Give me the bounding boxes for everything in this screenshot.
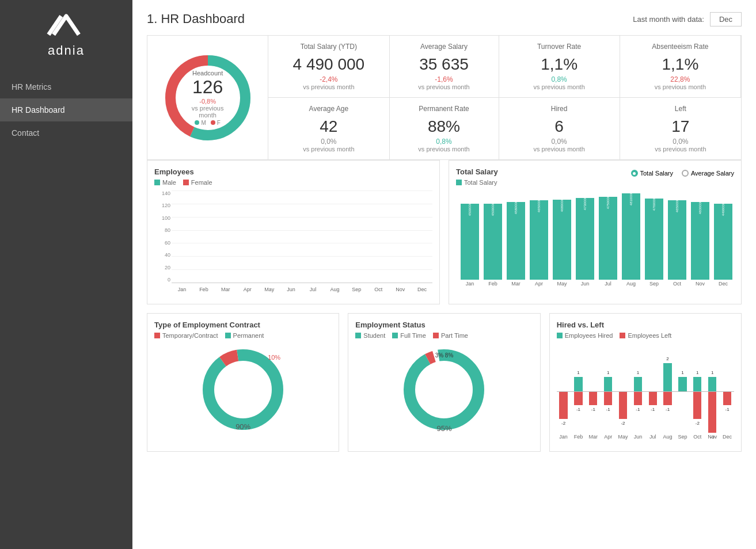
sidebar-item-hr-dashboard[interactable]: HR Dashboard bbox=[0, 98, 132, 121]
charts-row-2: Type of Employment Contract Temporary/Co… bbox=[147, 313, 742, 452]
employment-status-legend: Student Full Time Part Time bbox=[355, 332, 533, 339]
salary-bar-group: 4580000 $ bbox=[505, 193, 527, 280]
kpi-absenteeism-label: Absenteeism Rate bbox=[629, 43, 732, 51]
kpi-avg-age-sub: vs previous month bbox=[277, 146, 380, 152]
last-month-area: Last month with data: Dec bbox=[633, 12, 742, 26]
svg-point-3 bbox=[208, 355, 278, 424]
hired-vs-left-legend: Employees Hired Employees Left bbox=[557, 332, 734, 339]
logo-icon bbox=[46, 12, 86, 40]
hired-vs-left-chart: Hired vs. Left Employees Hired Employees… bbox=[549, 313, 742, 452]
hvl-chart-area: -21-1-11-1-21-1-12-111-21-3-1 JanFebMarA… bbox=[557, 344, 734, 444]
headcount-change: -0,8% bbox=[185, 98, 231, 105]
employees-bar-chart-area: 140120100806040200 755574557654755478547… bbox=[154, 190, 432, 297]
radio-average-salary[interactable]: Average Salary bbox=[682, 170, 734, 177]
hvl-bar-group: 1-3 bbox=[705, 349, 719, 433]
hvl-bar-group: 1 bbox=[676, 349, 690, 433]
kpi-permanent-rate-value: 88% bbox=[398, 117, 490, 136]
kpi-avg-salary-change: -1,6% bbox=[398, 75, 490, 83]
kpi-absenteeism-value: 1,1% bbox=[629, 55, 732, 74]
kpi-hired-value: 6 bbox=[508, 117, 611, 136]
radio-total-salary[interactable]: Total Salary bbox=[631, 170, 673, 177]
kpi-total-salary-sub: vs previous month bbox=[277, 83, 380, 90]
kpi-avg-salary-value: 35 635 bbox=[398, 55, 490, 74]
kpi-left-sub: vs previous month bbox=[629, 146, 732, 152]
last-month-value: Dec bbox=[710, 12, 742, 26]
employees-chart: Employees Male Female 140120100806040200 bbox=[147, 160, 440, 304]
logo-text: adnia bbox=[48, 43, 85, 58]
total-salary-chart: Total Salary Total Salary Average Salary bbox=[449, 160, 742, 304]
sidebar-item-contact[interactable]: Contact bbox=[0, 121, 132, 144]
contract-chart-legend: Temporary/Contract Permanent bbox=[154, 332, 332, 339]
employment-status-chart: Employment Status Student Full Time Part… bbox=[348, 313, 540, 452]
salary-bar-group: 4650000 $ bbox=[666, 193, 688, 280]
kpi-turnover-value: 1,1% bbox=[508, 55, 611, 74]
employees-chart-title: Employees bbox=[154, 167, 432, 176]
salary-bar-group: 4810000 $ bbox=[620, 193, 642, 280]
kpi-permanent-rate-change: 0,8% bbox=[398, 138, 490, 146]
kpi-hired-label: Hired bbox=[508, 105, 611, 113]
logo-area: adnia bbox=[46, 12, 86, 58]
kpi-left-change: 0,0% bbox=[629, 138, 732, 146]
kpi-avg-age: Average Age 42 0,0% vs previous month bbox=[268, 97, 389, 159]
salary-bar-group: 4500000 $ bbox=[482, 193, 504, 280]
kpi-permanent-rate-label: Permanent Rate bbox=[398, 105, 490, 113]
salary-bar-group: 4650000 $ bbox=[528, 193, 550, 280]
kpi-avg-salary-label: Average Salary bbox=[398, 43, 490, 51]
salary-bar-group: 4730000 $ bbox=[574, 193, 596, 280]
kpi-total-salary: Total Salary (YTD) 4 490 000 -2,4% vs pr… bbox=[268, 36, 389, 97]
total-salary-chart-area: 4500000 $4500000 $4580000 $4650000 $4680… bbox=[456, 190, 734, 291]
salary-bar-group: 4600000 $ bbox=[689, 193, 711, 280]
svg-point-5 bbox=[409, 355, 478, 424]
salary-bar-group: 4760000 $ bbox=[643, 193, 665, 280]
kpi-left: Left 17 0,0% vs previous month bbox=[620, 97, 741, 159]
hvl-bar-group: -2 bbox=[616, 349, 630, 433]
kpi-left-value: 17 bbox=[629, 117, 732, 136]
hvl-bar-group: 2-1 bbox=[661, 349, 675, 433]
sidebar: adnia HR Metrics HR Dashboard Contact bbox=[0, 0, 132, 549]
salary-bar-group: 4680000 $ bbox=[551, 193, 573, 280]
kpi-avg-age-label: Average Age bbox=[277, 105, 380, 113]
kpi-turnover-label: Turnover Rate bbox=[508, 43, 611, 51]
kpi-avg-age-change: 0,0% bbox=[277, 138, 380, 146]
headcount-label: Headcount 126 -0,8% vs previous month M … bbox=[185, 70, 231, 126]
kpi-total-salary-label: Total Salary (YTD) bbox=[277, 43, 380, 51]
kpi-headcount: Headcount 126 -0,8% vs previous month M … bbox=[147, 36, 268, 159]
total-salary-chart-title: Total Salary bbox=[456, 167, 498, 176]
hired-vs-left-title: Hired vs. Left bbox=[557, 321, 734, 329]
kpi-permanent-rate: Permanent Rate 88% 0,8% vs previous mont… bbox=[390, 97, 499, 159]
hvl-bar-group: 1-1 bbox=[631, 349, 645, 433]
hvl-bar-group: -2 bbox=[557, 349, 571, 433]
headcount-title: Headcount bbox=[185, 70, 231, 77]
contract-chart: Type of Employment Contract Temporary/Co… bbox=[147, 313, 339, 452]
employment-status-title: Employment Status bbox=[355, 321, 533, 329]
kpi-avg-age-value: 42 bbox=[277, 117, 380, 136]
salary-bar-group: 4500000 $ bbox=[459, 193, 481, 280]
page-header: 1. HR Dashboard Last month with data: De… bbox=[147, 12, 742, 26]
kpi-absenteeism: Absenteeism Rate 1,1% 22,8% vs previous … bbox=[620, 36, 741, 97]
hvl-bar-group: 1-1 bbox=[572, 349, 586, 433]
kpi-turnover-sub: vs previous month bbox=[508, 83, 611, 90]
kpi-turnover-change: 0,8% bbox=[508, 75, 611, 83]
kpi-absenteeism-change: 22,8% bbox=[629, 75, 732, 83]
kpi-total-salary-change: -2,4% bbox=[277, 75, 380, 83]
charts-row-1: Employees Male Female 140120100806040200 bbox=[147, 160, 742, 304]
kpi-avg-salary-sub: vs previous month bbox=[398, 83, 490, 90]
main-content: 1. HR Dashboard Last month with data: De… bbox=[132, 0, 756, 549]
hvl-bar-group: -1 bbox=[646, 349, 660, 433]
employees-chart-legend: Male Female bbox=[154, 179, 432, 186]
kpi-hired: Hired 6 0,0% vs previous month bbox=[499, 97, 620, 159]
kpi-hired-sub: vs previous month bbox=[508, 146, 611, 152]
headcount-value: 126 bbox=[185, 77, 231, 98]
salary-bar-group: 4750000 $ bbox=[597, 193, 619, 280]
headcount-sub: vs previous month bbox=[185, 105, 231, 119]
page-title: 1. HR Dashboard bbox=[147, 12, 245, 26]
sidebar-item-hr-metrics[interactable]: HR Metrics bbox=[0, 75, 132, 98]
contract-chart-title: Type of Employment Contract bbox=[154, 321, 332, 329]
total-salary-legend: Total Salary bbox=[456, 179, 734, 186]
employment-status-donut: 95% 3% 8% bbox=[355, 344, 533, 436]
kpi-hired-change: 0,0% bbox=[508, 138, 611, 146]
headcount-legend: M F bbox=[185, 120, 231, 126]
kpi-permanent-rate-sub: vs previous month bbox=[398, 146, 490, 152]
kpi-left-label: Left bbox=[629, 105, 732, 113]
kpi-total-salary-value: 4 490 000 bbox=[277, 55, 380, 74]
